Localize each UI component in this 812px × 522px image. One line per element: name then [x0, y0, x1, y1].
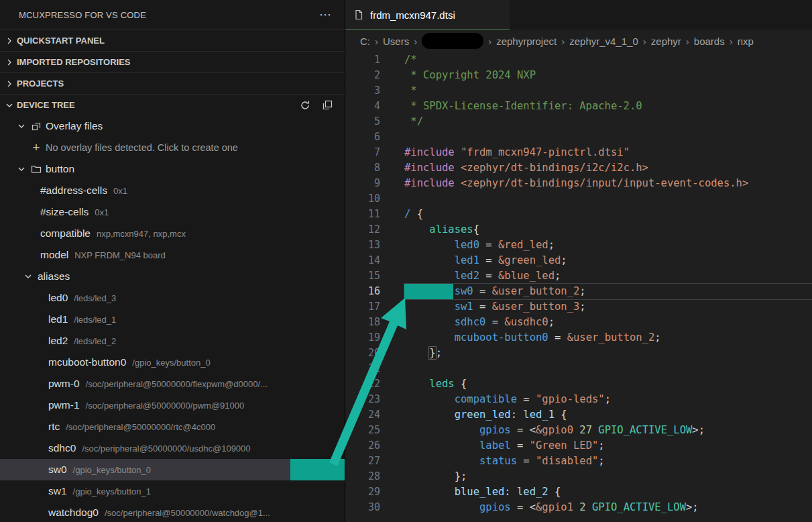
- tree-alias-led2[interactable]: led2 /leds/led_2: [0, 330, 345, 352]
- code-line[interactable]: 12 aliases{: [345, 222, 812, 238]
- file-icon: [353, 9, 364, 20]
- alias-name: led2: [48, 335, 68, 347]
- tree-prop-compatible[interactable]: compatible nxp,mcxn947, nxp,mcx: [0, 223, 345, 244]
- alias-name: sw0: [48, 464, 67, 476]
- tree-alias-watchdog0[interactable]: watchdog0 /soc/peripheral@50000000/watch…: [0, 502, 345, 522]
- empty-message: No overlay files detected. Click to crea…: [46, 142, 238, 153]
- line-number: 7: [345, 145, 380, 160]
- code-line[interactable]: 5 */: [345, 114, 812, 129]
- line-number: 24: [345, 407, 380, 423]
- breadcrumb: C: › Users › › zephyrproject › zephyr_v4…: [345, 30, 812, 52]
- section-imported-repositories[interactable]: IMPORTED REPOSITORIES: [0, 51, 345, 72]
- code-line[interactable]: 23 compatible = "gpio-leds";: [345, 392, 812, 407]
- code-line[interactable]: 19 mcuboot-button0 = &user_button_2;: [345, 330, 812, 346]
- breadcrumb-item[interactable]: nxp: [738, 36, 754, 47]
- plus-icon: +: [31, 142, 42, 153]
- code-line[interactable]: 1/*: [345, 52, 812, 68]
- tree-alias-led0[interactable]: led0 /leds/led_3: [0, 287, 345, 309]
- tree-item-aliases[interactable]: aliases: [0, 266, 345, 287]
- tree-item-overlay-files[interactable]: Overlay files: [0, 115, 345, 137]
- code-line[interactable]: 7#include "frdm_mcxn947-pinctrl.dtsi": [345, 145, 812, 160]
- breadcrumb-item[interactable]: zephyr: [651, 36, 681, 47]
- prop-name: compatible: [40, 227, 91, 240]
- tree-alias-pwm-0[interactable]: pwm-0 /soc/peripheral@50000000/flexpwm@d…: [0, 373, 345, 395]
- tree-alias-sw1[interactable]: sw1 /gpio_keys/button_1: [0, 480, 345, 502]
- tree-item-label: aliases: [38, 270, 70, 282]
- annotation-highlight-sidebar: [290, 459, 345, 480]
- prop-name: #size-cells: [40, 206, 89, 218]
- alias-path: /soc/peripheral@50000000/usdhc@109000: [82, 443, 250, 454]
- code-line[interactable]: 24 green_led: led_1 {: [345, 407, 812, 423]
- breadcrumb-item[interactable]: boards: [694, 36, 725, 47]
- tree-alias-led1[interactable]: led1 /leds/led_1: [0, 309, 345, 330]
- code-line[interactable]: 13 led0 = &red_led;: [345, 238, 812, 253]
- code-line[interactable]: 27 status = "disabled";: [345, 454, 812, 469]
- tree-prop-size-cells[interactable]: #size-cells 0x1: [0, 201, 345, 223]
- section-quickstart-panel[interactable]: QUICKSTART PANEL: [0, 30, 345, 51]
- tree-item-button[interactable]: button: [0, 158, 345, 180]
- code-line[interactable]: 3 *: [345, 83, 812, 99]
- section-device-tree[interactable]: DEVICE TREE: [0, 94, 345, 115]
- tree-prop-model[interactable]: model NXP FRDM_N94 board: [0, 244, 345, 266]
- section-label: DEVICE TREE: [17, 100, 288, 110]
- folder-icon: [31, 164, 42, 174]
- breadcrumb-item[interactable]: Users: [383, 36, 409, 47]
- line-number: 17: [345, 299, 380, 315]
- alias-name: pwm-0: [48, 378, 80, 390]
- code-line[interactable]: 21: [345, 361, 812, 376]
- code-line[interactable]: 17 sw1 = &user_button_3;: [345, 299, 812, 315]
- alias-name: watchdog0: [48, 507, 99, 519]
- tree-alias-mcuboot-button0[interactable]: mcuboot-button0 /gpio_keys/button_0: [0, 352, 345, 373]
- more-actions-icon[interactable]: ⋯: [319, 11, 333, 18]
- alias-name: led1: [48, 313, 68, 325]
- tree-alias-sdhc0[interactable]: sdhc0 /soc/peripheral@50000000/usdhc@109…: [0, 437, 345, 459]
- code-line[interactable]: 6: [345, 129, 812, 145]
- breadcrumb-separator: ›: [488, 36, 491, 47]
- collapse-all-icon[interactable]: [322, 100, 333, 111]
- line-number: 9: [345, 176, 380, 191]
- code-line[interactable]: 25 gpios = <&gpio0 27 GPIO_ACTIVE_LOW>;: [345, 423, 812, 438]
- section-label: IMPORTED REPOSITORIES: [17, 57, 131, 67]
- redacted-username: [422, 33, 483, 49]
- create-overlay-row[interactable]: + No overlay files detected. Click to cr…: [0, 137, 345, 158]
- section-projects[interactable]: PROJECTS: [0, 72, 345, 94]
- code-line[interactable]: 30 gpios = <&gpio1 2 GPIO_ACTIVE_LOW>;: [345, 500, 812, 515]
- alias-path: /gpio_keys/button_0: [132, 358, 210, 368]
- code-line[interactable]: 2 * Copyright 2024 NXP: [345, 68, 812, 83]
- code-line[interactable]: 14 led1 = &green_led;: [345, 253, 812, 268]
- line-number: 11: [345, 207, 380, 222]
- line-number: 27: [345, 454, 380, 469]
- chevron-down-icon: [16, 164, 27, 174]
- code-line[interactable]: 15 led2 = &blue_led;: [345, 268, 812, 284]
- refresh-icon[interactable]: [300, 100, 310, 111]
- line-number: 20: [345, 346, 380, 361]
- code-area[interactable]: 1/*2 * Copyright 2024 NXP3 *4 * SPDX-Lic…: [345, 52, 812, 515]
- tab-label: frdm_mcxn947.dtsi: [370, 9, 455, 21]
- code-line[interactable]: 8#include <zephyr/dt-bindings/i2c/i2c.h>: [345, 160, 812, 176]
- line-number: 5: [345, 114, 380, 129]
- line-number: 19: [345, 330, 380, 346]
- code-line[interactable]: 20 };: [345, 346, 812, 361]
- section-label: PROJECTS: [17, 79, 64, 89]
- tab-frdm-mcxn947-dtsi[interactable]: frdm_mcxn947.dtsi: [345, 0, 510, 30]
- breadcrumb-item[interactable]: zephyr_v4_1_0: [569, 36, 638, 47]
- tree-alias-pwm-1[interactable]: pwm-1 /soc/peripheral@50000000/pwm@91000: [0, 395, 345, 416]
- code-line[interactable]: 9#include <zephyr/dt-bindings/input/inpu…: [345, 176, 812, 191]
- code-line[interactable]: 18 sdhc0 = &usdhc0;: [345, 315, 812, 330]
- code-line[interactable]: 28 };: [345, 469, 812, 484]
- line-number: 30: [345, 500, 380, 515]
- breadcrumb-item[interactable]: C:: [360, 36, 370, 47]
- code-line[interactable]: 4 * SPDX-License-Identifier: Apache-2.0: [345, 99, 812, 114]
- code-line[interactable]: 26 label = "Green LED";: [345, 438, 812, 454]
- code-line[interactable]: 29 blue_led: led_2 {: [345, 484, 812, 500]
- code-line[interactable]: 22 leds {: [345, 376, 812, 392]
- tree-prop-address-cells[interactable]: #address-cells 0x1: [0, 180, 345, 201]
- alias-name: sw1: [48, 485, 67, 497]
- tree-alias-rtc[interactable]: rtc /soc/peripheral@50000000/rtc@4c000: [0, 416, 345, 437]
- code-line[interactable]: 16 sw0 = &user_button_2;: [345, 284, 812, 299]
- code-line[interactable]: 10: [345, 191, 812, 207]
- breadcrumb-item[interactable]: zephyrproject: [496, 36, 557, 47]
- alias-path: /leds/led_1: [74, 315, 116, 325]
- tree-alias-sw0[interactable]: sw0 /gpio_keys/button_0: [0, 459, 345, 480]
- code-line[interactable]: 11/ {: [345, 207, 812, 222]
